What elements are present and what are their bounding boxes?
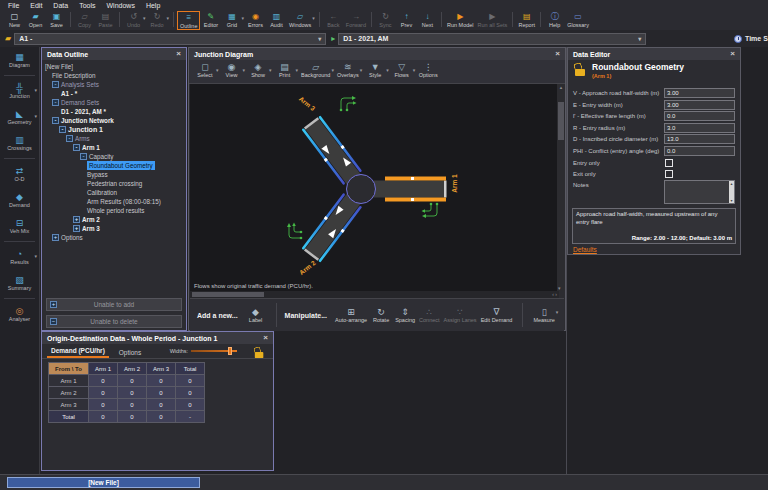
rail-item-od[interactable]: ⇄ O-D <box>0 161 39 187</box>
options-button[interactable]: ⋮ Options <box>416 62 440 78</box>
redo-dropdown-chevron-icon[interactable]: ▾ <box>167 15 170 21</box>
od-cell[interactable]: 0 <box>118 387 147 399</box>
entry-width-input[interactable]: 3.00 <box>664 100 735 110</box>
view-button[interactable]: ◉ View <box>220 62 244 78</box>
approach-half-width-input[interactable]: 3.00 <box>664 88 735 98</box>
chevron-down-icon[interactable]: ▾ <box>360 67 363 73</box>
chevron-down-icon[interactable]: ▾ <box>216 67 219 73</box>
rotate-button[interactable]: ↻ Rotate <box>369 307 393 323</box>
chevron-down-icon[interactable]: ▾ <box>386 67 389 73</box>
assign-lanes-button[interactable]: ∵ Assign Lanes <box>442 307 479 323</box>
inscribed-circle-diameter-input[interactable]: 13.0 <box>664 134 735 144</box>
file-tab[interactable]: [New File] <box>7 477 200 488</box>
menu-help[interactable]: Help <box>146 2 160 9</box>
label-button[interactable]: ◆ Label <box>244 307 268 323</box>
tree-item-analysis-sets[interactable]: -Analysis Sets <box>42 80 186 89</box>
tree-item-junction-1[interactable]: -Junction 1 <box>42 125 186 134</box>
run-all-sets-button[interactable]: ▶ Run all Sets <box>476 11 510 28</box>
close-icon[interactable]: × <box>263 334 268 342</box>
od-cell[interactable]: 0 <box>147 387 176 399</box>
tab-options[interactable]: Options <box>115 347 145 358</box>
tree-item-bypass[interactable]: Bypass <box>42 170 186 179</box>
tree-item-demand-sets[interactable]: -Demand Sets <box>42 98 186 107</box>
tree-item-arm-results[interactable]: Arm Results (08:00-08:15) <box>42 197 186 206</box>
od-cell[interactable]: 0 <box>89 399 118 411</box>
paste-button[interactable]: ▤ Paste <box>95 11 116 28</box>
menu-data[interactable]: Data <box>53 2 68 9</box>
od-cell[interactable]: 0 <box>118 399 147 411</box>
scroll-down-icon[interactable]: ▾ <box>730 198 732 203</box>
chevron-down-icon[interactable]: ▾ <box>243 67 246 73</box>
unlocked-padlock-icon[interactable] <box>575 63 586 76</box>
print-button[interactable]: ▤ Print <box>273 62 297 78</box>
rail-item-analyser[interactable]: ◎ Analyser <box>0 301 39 327</box>
tab-demand[interactable]: Demand (PCU/hr) <box>47 345 109 358</box>
demand-set-dropdown[interactable]: D1 - 2021, AM ▾ <box>338 33 646 45</box>
add-button[interactable]: + Unable to add <box>46 298 182 311</box>
roundabout-island[interactable] <box>347 175 376 204</box>
tree-item-file-description[interactable]: File Description <box>42 71 186 80</box>
entry-only-checkbox[interactable] <box>665 159 673 167</box>
chevron-down-icon[interactable]: ▾ <box>34 253 37 259</box>
vertical-scrollbar[interactable]: ▴ ▾ <box>557 84 565 291</box>
panel-title-bar[interactable]: Junction Diagram × <box>189 48 565 60</box>
spacing-button[interactable]: ⇕ Spacing <box>393 307 417 323</box>
notes-textarea[interactable]: ▴ ▾ <box>664 180 735 204</box>
back-button[interactable]: ← Back <box>323 11 344 28</box>
copy-button[interactable]: ▱ Copy <box>74 11 95 28</box>
report-button[interactable]: ▤ Report <box>516 11 537 28</box>
flows-button[interactable]: ▽ Flows <box>390 62 414 78</box>
undo-button[interactable]: ↺ Undo <box>123 11 144 28</box>
next-button[interactable]: ↓ Next <box>417 11 438 28</box>
collapse-icon[interactable]: - <box>52 99 59 106</box>
panel-title-bar[interactable]: Data Editor × <box>568 48 740 60</box>
tree-item-arm-2[interactable]: +Arm 2 <box>42 215 186 224</box>
defaults-link[interactable]: Defaults <box>573 246 597 253</box>
close-icon[interactable]: × <box>555 50 560 58</box>
delete-button[interactable]: − Unable to delete <box>46 315 182 328</box>
errors-button[interactable]: ◉ Errors <box>245 11 266 28</box>
tree-item-junction-network[interactable]: -Junction Network <box>42 116 186 125</box>
widths-slider[interactable] <box>191 350 237 352</box>
tree-item-a1[interactable]: A1 - * <box>42 89 186 98</box>
grid-button[interactable]: ▦ Grid <box>221 11 242 28</box>
close-icon[interactable]: × <box>730 50 735 58</box>
collapse-icon[interactable]: - <box>66 135 73 142</box>
tree-item-arm-3[interactable]: +Arm 3 <box>42 224 186 233</box>
rail-item-geometry[interactable]: ◣ Geometry ▾ <box>0 104 39 130</box>
slider-thumb[interactable] <box>228 347 232 355</box>
new-button[interactable]: ▢ New <box>4 11 25 28</box>
collapse-icon[interactable]: - <box>59 126 66 133</box>
sync-button[interactable]: ↻ Sync <box>375 11 396 28</box>
expand-icon[interactable]: + <box>52 234 59 241</box>
scrollbar-thumb[interactable] <box>192 292 264 297</box>
menu-windows[interactable]: Windows <box>106 2 134 9</box>
edit-demand-button[interactable]: ∇ Edit Demand <box>479 307 515 323</box>
tree-item-calibration[interactable]: Calibration <box>42 188 186 197</box>
select-button[interactable]: ◻ Select <box>193 62 217 78</box>
style-button[interactable]: ▼ Style <box>363 62 387 78</box>
forward-button[interactable]: → Forward <box>344 11 368 28</box>
rail-item-results[interactable]: ◔ Results ▾ <box>0 244 39 270</box>
od-cell[interactable]: 0 <box>147 375 176 387</box>
tree-item-capacity[interactable]: -Capacity <box>42 152 186 161</box>
collapse-icon[interactable]: - <box>52 117 59 124</box>
background-button[interactable]: ▱ Background <box>299 62 332 78</box>
chevron-down-icon[interactable]: ▾ <box>34 87 37 93</box>
measure-button[interactable]: ▯ Measure <box>531 307 556 323</box>
redo-button[interactable]: ↻ Redo <box>147 11 168 28</box>
rail-item-summary[interactable]: ▧ Summary <box>0 270 39 296</box>
tree-item-d1[interactable]: D1 - 2021, AM * <box>42 107 186 116</box>
notes-scrollbar[interactable]: ▴ ▾ <box>729 181 734 203</box>
menu-file[interactable]: File <box>8 2 19 9</box>
rail-item-junction[interactable]: ╬ Junction ▾ <box>0 78 39 104</box>
editor-button[interactable]: ✎ Editor <box>200 11 221 28</box>
save-button[interactable]: ▣ Save <box>46 11 67 28</box>
chevron-down-icon[interactable]: ▾ <box>34 113 37 119</box>
overlays-button[interactable]: ≋ Overlays <box>335 62 361 78</box>
exit-only-checkbox[interactable] <box>665 170 673 178</box>
prev-button[interactable]: ↑ Prev <box>396 11 417 28</box>
scrollbar-thumb[interactable] <box>558 102 564 140</box>
rail-item-vehmix[interactable]: ⊟ Veh Mix <box>0 213 39 239</box>
scroll-up-icon[interactable]: ▴ <box>730 181 732 186</box>
